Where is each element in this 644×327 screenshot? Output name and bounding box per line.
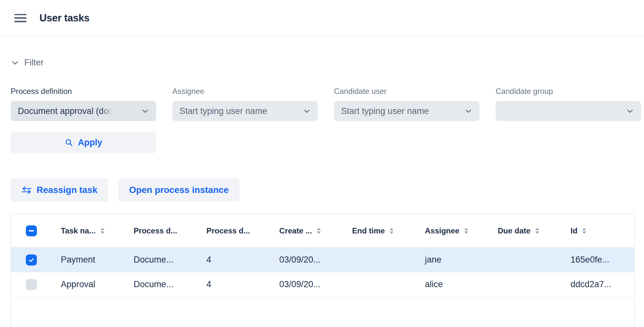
swap-arrows-icon (22, 186, 32, 194)
candidate-group-label: Candidate group (496, 87, 641, 96)
cell-process-definition: Docume... (124, 279, 197, 289)
page-title: User tasks (39, 12, 90, 24)
filter-field-candidate-user: Candidate user Start typing user name (334, 87, 479, 153)
filter-field-process-definition: Process definition Document approval (do… (11, 87, 156, 153)
column-header-process-definition: Process d... (124, 226, 197, 235)
chevron-down-icon (465, 107, 472, 115)
row-checkbox-checked[interactable] (26, 254, 37, 265)
column-header-process-definition-2: Process d... (198, 226, 270, 235)
cell-create-time: 03/09/20... (270, 279, 343, 289)
filter-field-candidate-group: Candidate group (496, 87, 641, 153)
column-header-create-time[interactable]: Create ... (270, 226, 343, 235)
candidate-user-label: Candidate user (334, 87, 479, 96)
filter-section-toggle[interactable]: Filter (11, 58, 44, 68)
filter-field-assignee: Assignee Start typing user name (172, 87, 318, 153)
assignee-select[interactable]: Start typing user name (172, 101, 318, 121)
filter-fields: Process definition Document approval (do… (11, 87, 635, 153)
column-header-id[interactable]: Id (562, 226, 634, 235)
cell-process-definition-2: 4 (198, 255, 270, 265)
apply-button-label: Apply (78, 138, 102, 148)
app-bar: User tasks (0, 0, 644, 36)
sort-icon (317, 228, 321, 234)
process-definition-select[interactable]: Document approval (doc (11, 101, 156, 121)
apply-button[interactable]: Apply (11, 132, 156, 153)
indeterminate-minus-icon (29, 230, 34, 231)
reassign-task-label: Reassign task (37, 185, 97, 195)
chevron-down-icon (626, 107, 634, 115)
cell-process-definition-2: 4 (198, 279, 270, 289)
check-icon (28, 257, 35, 263)
process-definition-value: Document approval (doc (18, 106, 113, 116)
table-row-approval[interactable]: Approval Docume... 4 03/09/20... alice d… (11, 272, 634, 297)
column-header-assignee[interactable]: Assignee (416, 226, 488, 235)
row-checkbox-cell (11, 254, 52, 265)
select-all-checkbox-indeterminate[interactable] (26, 225, 37, 236)
candidate-group-select[interactable] (496, 101, 641, 121)
cell-create-time: 03/09/20... (270, 255, 343, 265)
row-checkbox-unchecked[interactable] (26, 279, 37, 290)
cell-assignee: jane (416, 255, 488, 265)
cell-task-name: Payment (52, 255, 124, 265)
candidate-user-placeholder: Start typing user name (341, 106, 429, 116)
table-row-payment[interactable]: Payment Docume... 4 03/09/20... jane 165… (11, 248, 634, 272)
cell-id: ddcd2a7... (562, 279, 634, 289)
header-checkbox-cell (11, 225, 52, 236)
table-header-row: Task na... Process d... Process d... Cre… (11, 214, 634, 248)
sort-icon (535, 228, 539, 234)
table-actions: Reassign task Open process instance (11, 178, 635, 202)
open-process-instance-button[interactable]: Open process instance (118, 178, 240, 202)
sort-icon (464, 228, 468, 234)
assignee-placeholder: Start typing user name (179, 106, 267, 116)
column-header-due-date[interactable]: Due date (489, 226, 562, 235)
hamburger-menu-icon[interactable] (14, 14, 27, 22)
row-checkbox-cell (11, 279, 52, 290)
assignee-label: Assignee (172, 87, 318, 96)
chevron-down-icon (141, 107, 149, 115)
filter-section-label: Filter (24, 58, 44, 68)
cell-assignee: alice (416, 279, 488, 289)
cell-process-definition: Docume... (124, 255, 197, 265)
column-header-end-time[interactable]: End time (343, 226, 416, 235)
cell-id: 165e0fe... (562, 255, 634, 265)
sort-icon (582, 228, 586, 234)
chevron-down-icon (11, 58, 19, 67)
sort-icon (101, 228, 104, 234)
reassign-task-button[interactable]: Reassign task (11, 178, 108, 202)
column-header-task-name[interactable]: Task na... (52, 226, 124, 235)
main-content: Filter Process definition Document appro… (0, 36, 644, 327)
cell-task-name: Approval (52, 279, 124, 289)
open-process-instance-label: Open process instance (129, 185, 229, 195)
candidate-user-select[interactable]: Start typing user name (334, 101, 479, 121)
process-definition-label: Process definition (11, 87, 156, 96)
chevron-down-icon (303, 107, 311, 115)
user-tasks-table: Task na... Process d... Process d... Cre… (11, 214, 635, 327)
search-icon (65, 138, 73, 147)
sort-icon (390, 228, 393, 234)
